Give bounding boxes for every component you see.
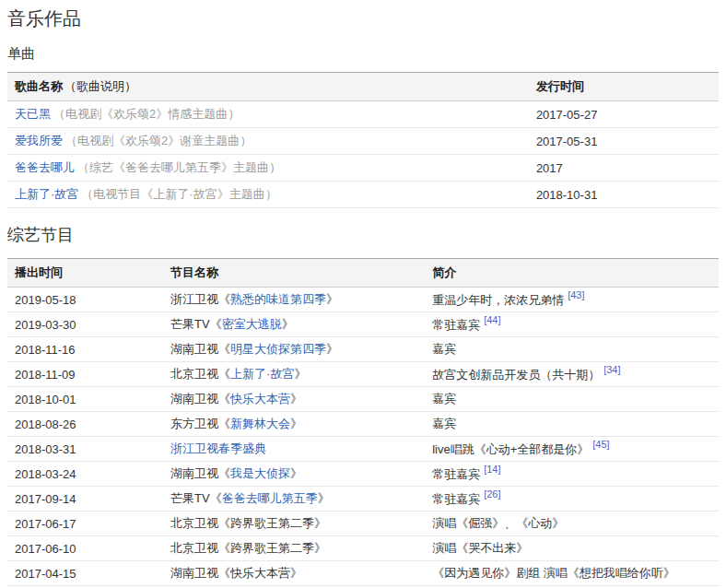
reference-link[interactable]: [44] — [484, 314, 500, 325]
section-title-music-works: 音乐作品 — [7, 0, 719, 30]
variety-table-row: 2018-03-31 浙江卫视春季盛典 live唱跳《心动+全部都是你》[45] — [7, 437, 719, 462]
program-channel-prefix: 北京卫视《跨界歌王第二季》 — [170, 516, 326, 530]
variety-table-row: 2017-09-14 芒果TV《爸爸去哪儿第五季》 常驻嘉宾[26] — [7, 487, 719, 512]
air-date: 2018-10-01 — [7, 387, 163, 412]
song-title-link[interactable]: 天已黑 — [15, 107, 51, 121]
variety-table-row: 2018-03-24 湖南卫视《我是大侦探》 常驻嘉宾[14] — [7, 462, 719, 487]
subsection-title-singles: 单曲 — [7, 44, 719, 63]
program-name-cell: 湖南卫视《明星大侦探第四季》 — [163, 337, 425, 362]
air-date: 2018-11-09 — [7, 362, 163, 387]
intro-text: 常驻嘉宾 — [432, 467, 480, 481]
singles-table-header-row: 歌曲名称（歌曲说明） 发行时间 — [7, 73, 719, 101]
singles-table: 歌曲名称（歌曲说明） 发行时间 天已黑（电视剧《欢乐颂2》情感主题曲） 2017… — [7, 72, 719, 208]
air-date: 2017-06-17 — [7, 512, 163, 536]
intro-text: 常驻嘉宾 — [432, 492, 480, 506]
intro-text: 嘉宾 — [432, 342, 456, 356]
program-channel-prefix: 北京卫视《 — [170, 367, 230, 381]
program-channel-prefix: 湖南卫视《快乐大本营》 — [170, 566, 302, 580]
intro-cell: live唱跳《心动+全部都是你》[45] — [425, 437, 719, 462]
variety-table-row: 2018-11-09 北京卫视《上新了·故宫》 故宫文创新品开发员（共十期）[3… — [7, 362, 719, 387]
program-channel-prefix: 湖南卫视《 — [170, 466, 230, 480]
program-title-link[interactable]: 爸爸去哪儿第五季 — [222, 491, 318, 505]
intro-cell: 演唱《倔强》、《心动》 — [425, 512, 719, 536]
intro-cell: 演唱《哭不出来》 — [425, 536, 719, 561]
program-title-link[interactable]: 快乐大本营 — [230, 392, 290, 406]
program-suffix: 》 — [294, 367, 306, 381]
song-cell: 爸爸去哪儿（综艺《爸爸去哪儿第五季》主题曲） — [7, 155, 529, 182]
intro-cell: 故宫文创新品开发员（共十期）[34] — [425, 362, 719, 387]
song-cell: 爱我所爱（电视剧《欢乐颂2》谢童主题曲） — [7, 128, 529, 155]
program-title-link[interactable]: 新舞林大会 — [230, 417, 290, 430]
program-channel-prefix: 北京卫视《跨界歌王第二季》 — [170, 541, 326, 555]
intro-cell: 常驻嘉宾[44] — [425, 312, 719, 337]
program-name-cell: 湖南卫视《快乐大本营》 — [163, 387, 425, 412]
intro-cell: 《因为遇见你》剧组 演唱《想把我唱给你听》 — [425, 561, 719, 586]
intro-text: 演唱《倔强》、《心动》 — [432, 516, 564, 530]
program-suffix: 》 — [290, 417, 302, 430]
intro-text: 重温少年时，浓浓兄弟情 — [432, 293, 564, 307]
air-date: 2017-06-10 — [7, 536, 163, 561]
variety-table: 播出时间 节目名称 简介 2019-05-18 浙江卫视《熟悉的味道第四季》 重… — [7, 258, 719, 588]
release-date: 2017-05-31 — [529, 128, 719, 155]
program-suffix: 》 — [290, 466, 302, 480]
singles-header-song-name: 歌曲名称（歌曲说明） — [7, 73, 529, 101]
program-suffix: 》 — [326, 342, 338, 356]
variety-table-row: 2019-05-18 浙江卫视《熟悉的味道第四季》 重温少年时，浓浓兄弟情[43… — [7, 288, 719, 312]
air-date: 2017-09-14 — [7, 487, 163, 512]
variety-table-row: 2018-11-16 湖南卫视《明星大侦探第四季》 嘉宾 — [7, 337, 719, 362]
air-date: 2018-03-24 — [7, 462, 163, 487]
program-title-link[interactable]: 熟悉的味道第四季 — [230, 292, 326, 306]
reference-link[interactable]: [26] — [484, 488, 500, 500]
intro-text: 故宫文创新品开发员（共十期） — [432, 368, 600, 382]
program-channel-prefix: 芒果TV《 — [170, 491, 222, 505]
program-title-link[interactable]: 我是大侦探 — [230, 466, 290, 480]
singles-table-row: 天已黑（电视剧《欢乐颂2》情感主题曲） 2017-05-27 — [7, 101, 719, 128]
singles-table-row: 上新了·故宫（电视节目《上新了·故宫》主题曲） 2018-10-31 — [7, 182, 719, 208]
variety-header-program-name: 节目名称 — [163, 259, 425, 288]
variety-table-row: 2018-10-01 湖南卫视《快乐大本营》 嘉宾 — [7, 387, 719, 412]
singles-header-song-name-label: 歌曲名称 — [15, 79, 63, 93]
intro-text: live唱跳《心动+全部都是你》 — [432, 442, 589, 456]
song-note: （电视剧《欢乐颂2》情感主题曲） — [53, 107, 240, 121]
intro-cell: 嘉宾 — [425, 387, 719, 412]
intro-text: 常驻嘉宾 — [432, 318, 480, 332]
song-title-link[interactable]: 爱我所爱 — [15, 134, 63, 147]
release-date: 2017-05-27 — [529, 101, 719, 128]
intro-cell: 常驻嘉宾[14] — [425, 462, 719, 487]
program-suffix: 》 — [282, 317, 294, 331]
program-title-link[interactable]: 上新了·故宫 — [230, 367, 294, 381]
program-name-cell: 东方卫视《新舞林大会》 — [163, 412, 425, 437]
program-suffix: 》 — [290, 392, 302, 406]
variety-table-row: 2018-08-26 东方卫视《新舞林大会》 嘉宾 — [7, 412, 719, 437]
reference-link[interactable]: [43] — [568, 289, 584, 300]
program-name-cell: 浙江卫视《熟悉的味道第四季》 — [163, 288, 425, 312]
reference-link[interactable]: [45] — [592, 439, 609, 450]
program-channel-prefix: 芒果TV《 — [170, 317, 222, 331]
intro-text: 嘉宾 — [432, 417, 456, 430]
song-title-link[interactable]: 爸爸去哪儿 — [15, 160, 75, 174]
program-title-link[interactable]: 明星大侦探第四季 — [230, 342, 326, 356]
reference-link[interactable]: [34] — [603, 364, 620, 375]
air-date: 2017-04-15 — [7, 561, 163, 586]
air-date: 2018-11-16 — [7, 337, 163, 362]
intro-text: 《因为遇见你》剧组 演唱《想把我唱给你听》 — [432, 566, 675, 580]
variety-table-row: 2017-04-15 湖南卫视《快乐大本营》 《因为遇见你》剧组 演唱《想把我唱… — [7, 561, 719, 586]
reference-link[interactable]: [14] — [484, 464, 500, 475]
program-name-cell: 北京卫视《上新了·故宫》 — [163, 362, 425, 387]
program-channel-prefix: 湖南卫视《 — [170, 342, 230, 356]
program-channel-prefix: 浙江卫视《 — [170, 292, 230, 306]
program-title-link[interactable]: 密室大逃脱 — [222, 317, 282, 331]
singles-header-song-note-label: （歌曲说明） — [64, 79, 136, 93]
singles-table-row: 爸爸去哪儿（综艺《爸爸去哪儿第五季》主题曲） 2017 — [7, 155, 719, 182]
singles-header-release-date: 发行时间 — [529, 73, 719, 101]
song-note: （电视剧《欢乐颂2》谢童主题曲） — [65, 134, 252, 147]
singles-table-row: 爱我所爱（电视剧《欢乐颂2》谢童主题曲） 2017-05-31 — [7, 128, 719, 155]
song-title-link[interactable]: 上新了·故宫 — [15, 187, 78, 201]
song-cell: 天已黑（电视剧《欢乐颂2》情感主题曲） — [7, 101, 529, 128]
program-name-cell: 北京卫视《跨界歌王第二季》 — [163, 512, 425, 536]
program-name-cell: 浙江卫视春季盛典 — [163, 437, 425, 462]
program-name-cell: 湖南卫视《快乐大本营》 — [163, 561, 425, 586]
program-title-link[interactable]: 浙江卫视春季盛典 — [170, 441, 266, 455]
variety-table-row: 2017-06-17 北京卫视《跨界歌王第二季》 演唱《倔强》、《心动》 — [7, 512, 719, 536]
air-date: 2019-03-30 — [7, 312, 163, 337]
